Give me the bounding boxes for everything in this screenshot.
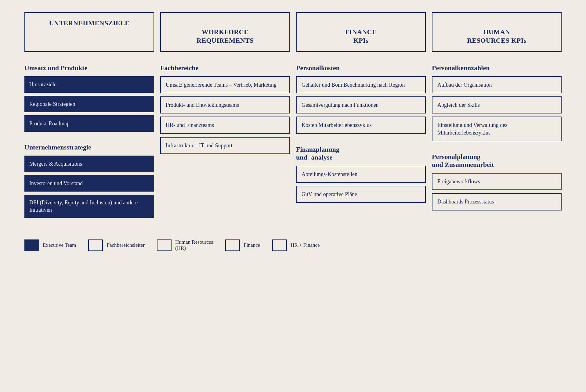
header-col2: WORKFORCE REQUIREMENTS <box>160 12 290 52</box>
list-item: Produkt-Roadmap <box>24 115 154 132</box>
header-col4: HUMAN RESOURCES KPIs <box>432 12 562 52</box>
col3-section2-title: Finanzplanungund -analyse <box>296 146 426 161</box>
column-4: Personalkennzahlen Aufbau der Organisati… <box>432 64 562 221</box>
list-item: Gehälter und Boni Benchmarking nach Regi… <box>296 76 426 93</box>
list-item: HR- und Finanzteams <box>160 117 290 134</box>
list-item: Investoren und Vorstand <box>24 175 154 192</box>
list-item: Regionale Strategien <box>24 96 154 112</box>
header-col1: UNTERNEHMENSZIELE <box>24 12 154 52</box>
list-item: Produkt- und Entwicklungsteams <box>160 96 290 113</box>
col3-section1-title: Personalkosten <box>296 64 426 72</box>
list-item: Dashboards Prozessstatus <box>432 193 562 210</box>
col4-section2-title: Personalplanungund Zusammenarbeit <box>432 153 562 169</box>
legend: Executive Team Fachbereichsleiter Human … <box>24 233 562 251</box>
legend-box-finance <box>225 239 240 251</box>
list-item: Mergers & Acquisitions <box>24 156 154 172</box>
header-col3: FINANCE KPIs <box>296 12 426 52</box>
col2-section1-title: Fachbereiche <box>160 64 290 72</box>
column-3: Personalkosten Gehälter und Boni Benchma… <box>296 64 426 221</box>
col1-section1-title: Umsatz und Produkte <box>24 64 154 72</box>
main-container: UNTERNEHMENSZIELE WORKFORCE REQUIREMENTS… <box>24 12 562 251</box>
legend-item-hr-finance: HR + Finance <box>272 239 320 251</box>
column-1: Umsatz und Produkte Umsatzziele Regional… <box>24 64 154 221</box>
legend-box-fachbereich <box>88 239 103 251</box>
list-item: Freigabeworkflows <box>432 173 562 190</box>
legend-box-hr <box>157 239 172 251</box>
column-2: Fachbereiche Umsatz generierende Teams –… <box>160 64 290 221</box>
list-item: Umsatz generierende Teams – Vertrieb, Ma… <box>160 76 290 93</box>
col4-section1-title: Personalkennzahlen <box>432 64 562 72</box>
legend-item-finance: Finance <box>225 239 260 251</box>
list-item: DEI (Diversity, Equity and Inclusion) un… <box>24 195 154 218</box>
list-item: Abteilungs-Kostenstellen <box>296 166 426 183</box>
list-item: GuV und operative Pläne <box>296 186 426 203</box>
header-row: UNTERNEHMENSZIELE WORKFORCE REQUIREMENTS… <box>24 12 562 52</box>
list-item: Einstellung und Verwaltung des Mitarbeit… <box>432 117 562 141</box>
legend-item-fachbereich: Fachbereichsleiter <box>88 239 145 251</box>
list-item: Gesamtvergütung nach Funktionen <box>296 96 426 113</box>
legend-item-executive: Executive Team <box>24 239 76 251</box>
list-item: Kosten Mitarbeiterlebenszyklus <box>296 117 426 134</box>
content-row: Umsatz und Produkte Umsatzziele Regional… <box>24 64 562 221</box>
legend-box-executive <box>24 239 39 251</box>
col1-section2-title: Unternehmensstrategie <box>24 143 154 151</box>
list-item: Aufbau der Organisation <box>432 76 562 93</box>
legend-item-hr: Human Resources(HR) <box>157 239 213 251</box>
list-item: Umsatzziele <box>24 76 154 93</box>
legend-box-hr-finance <box>272 239 287 251</box>
list-item: Infrastruktur – IT und Support <box>160 137 290 154</box>
list-item: Abgleich der Skills <box>432 96 562 113</box>
